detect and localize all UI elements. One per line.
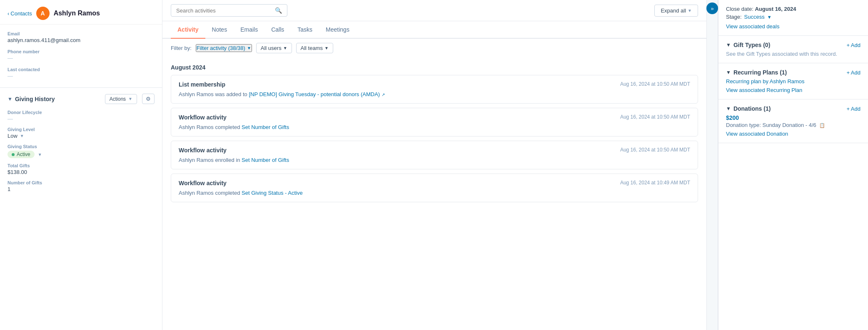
gift-types-header: ▼ Gift Types (0) + Add (726, 42, 861, 48)
search-box[interactable]: 🔍 (171, 4, 287, 17)
actions-label: Actions (110, 96, 126, 102)
email-label: Email (7, 31, 155, 36)
activity-desc-prefix: Ashlyn Ramos enrolled in (179, 157, 242, 163)
activity-time: Aug 16, 2024 at 10:50 AM MDT (620, 81, 690, 87)
gift-types-section: ▼ Gift Types (0) + Add See the Gift Type… (718, 36, 868, 63)
activity-type: Workflow activity (179, 147, 227, 154)
tab-tasks[interactable]: Tasks (291, 21, 319, 39)
search-input[interactable] (176, 7, 272, 14)
activity-time: Aug 16, 2024 at 10:49 AM MDT (620, 180, 690, 186)
search-icon: 🔍 (275, 7, 282, 14)
donations-collapse-icon[interactable]: ▼ (726, 106, 731, 112)
donations-header: ▼ Donations (1) + Add (726, 105, 861, 112)
tabs-row: Activity Notes Emails Calls Tasks Meetin… (162, 21, 706, 39)
stage-value[interactable]: Success (744, 14, 765, 20)
activity-description: Ashlyn Ramos was added to [NP DEMO] Givi… (179, 91, 690, 97)
donation-amount[interactable]: $200 (726, 114, 739, 121)
back-to-contacts-link[interactable]: ‹ Contacts (7, 10, 32, 17)
filter-by-label: Filter by: (171, 45, 192, 51)
recurring-plans-section: ▼ Recurring Plans (1) + Add Recurring pl… (718, 63, 868, 99)
giving-history-header: ▼ Giving History Actions ▼ ⚙ (7, 94, 155, 104)
sidebar-fields: Email ashlyn.ramos.411@gmail.com Phone n… (0, 25, 162, 86)
recurring-plans-collapse-icon[interactable]: ▼ (726, 69, 731, 75)
close-date-label: Close date: (726, 6, 753, 12)
activity-type: List membership (179, 81, 225, 88)
tab-calls[interactable]: Calls (264, 21, 291, 39)
activity-card: Workflow activity Aug 16, 2024 at 10:50 … (171, 108, 698, 136)
donor-lifecycle-field: Donor Lifecycle — (7, 110, 155, 122)
activity-card: Workflow activity Aug 16, 2024 at 10:50 … (171, 141, 698, 169)
activity-description: Ashlyn Ramos completed Set Giving Status… (179, 190, 690, 196)
activity-link[interactable]: [NP DEMO] Giving Tuesday - potential don… (249, 91, 380, 97)
view-donation-link[interactable]: View associated Donation (726, 131, 861, 137)
all-users-arrow: ▼ (283, 46, 287, 50)
status-badge: Active (7, 151, 35, 158)
stage-dropdown-arrow[interactable]: ▼ (767, 15, 772, 20)
status-dot (12, 153, 15, 156)
activity-card-header: Workflow activity Aug 16, 2024 at 10:50 … (179, 114, 690, 121)
donor-lifecycle-value: — (7, 116, 155, 122)
donations-section: ▼ Donations (1) + Add $200 Donation type… (718, 99, 868, 143)
gift-types-collapse-icon[interactable]: ▼ (726, 42, 731, 48)
last-contacted-field: Last contacted — (7, 67, 155, 79)
last-contacted-value: — (7, 73, 155, 79)
donations-add-button[interactable]: + Add (846, 106, 861, 112)
giving-history-section: ▼ Giving History Actions ▼ ⚙ Donor Lifec… (0, 89, 162, 199)
giving-status-dropdown-arrow[interactable]: ▼ (38, 152, 42, 157)
giving-level-label: Giving Level (7, 127, 155, 132)
expand-all-button[interactable]: Expand all ▼ (654, 5, 698, 17)
panel-toggle-button[interactable]: » (706, 2, 718, 14)
activity-list: August 2024 List membership Aug 16, 2024… (162, 57, 706, 330)
activity-time: Aug 16, 2024 at 10:50 AM MDT (620, 147, 690, 153)
recurring-plans-title: ▼ Recurring Plans (1) (726, 69, 787, 76)
sidebar-divider (0, 87, 162, 88)
gift-types-title: ▼ Gift Types (0) (726, 42, 770, 48)
filter-activity-button[interactable]: Filter activity (38/38) ▼ (196, 44, 252, 52)
filter-row: Filter by: Filter activity (38/38) ▼ All… (162, 39, 706, 57)
activity-card-header: Workflow activity Aug 16, 2024 at 10:49 … (179, 180, 690, 186)
donation-type-label: Donation type: (726, 122, 761, 128)
activity-description: Ashlyn Ramos completed Set Number of Gif… (179, 124, 690, 130)
giving-history-label: Giving History (15, 96, 55, 102)
stage-row: Stage: Success ▼ (726, 14, 861, 20)
main-content: 🔍 Expand all ▼ Activity Notes Emails Cal… (162, 0, 706, 330)
recurring-plan-link[interactable]: Recurring plan by Ashlyn Ramos (726, 78, 861, 84)
giving-level-dropdown-arrow[interactable]: ▼ (20, 134, 24, 138)
activity-card-header: Workflow activity Aug 16, 2024 at 10:50 … (179, 147, 690, 154)
chevron-down-icon: ▼ (7, 96, 12, 102)
tab-activity[interactable]: Activity (171, 21, 205, 39)
gear-button[interactable]: ⚙ (142, 94, 155, 104)
actions-button[interactable]: Actions ▼ (105, 94, 137, 104)
filter-activity-label: Filter activity (38/38) (197, 45, 245, 51)
all-users-button[interactable]: All users ▼ (256, 43, 292, 53)
activity-link[interactable]: Set Number of Gifts (242, 157, 289, 163)
total-gifts-value: $138.00 (7, 169, 155, 175)
avatar: A (36, 7, 50, 20)
copy-icon[interactable]: 📋 (819, 123, 825, 128)
activity-link[interactable]: Set Number of Gifts (242, 124, 289, 130)
tab-meetings[interactable]: Meetings (319, 21, 356, 39)
last-contacted-label: Last contacted (7, 67, 155, 72)
giving-fields: Donor Lifecycle — Giving Level Low ▼ Giv… (7, 110, 155, 192)
donor-lifecycle-label: Donor Lifecycle (7, 110, 155, 115)
back-label: Contacts (10, 10, 32, 17)
all-teams-button[interactable]: All teams ▼ (296, 43, 333, 53)
activity-desc-prefix: Ashlyn Ramos was added to (179, 91, 249, 97)
tab-emails[interactable]: Emails (234, 21, 264, 39)
activity-desc-prefix: Ashlyn Ramos completed (179, 124, 242, 130)
activity-type: Workflow activity (179, 180, 227, 186)
recurring-plans-label: Recurring Plans (1) (733, 69, 787, 76)
activity-link[interactable]: Set Giving Status - Active (242, 190, 303, 196)
tab-notes[interactable]: Notes (205, 21, 234, 39)
close-date-value: August 16, 2024 (755, 6, 796, 12)
donation-type-value: Sunday Donation - 4/6 (762, 122, 816, 128)
view-recurring-plan-link[interactable]: View associated Recurring Plan (726, 87, 861, 93)
giving-status-field: Giving Status Active ▼ (7, 144, 155, 158)
recurring-plans-add-button[interactable]: + Add (846, 69, 861, 76)
total-gifts-field: Total Gifts $138.00 (7, 163, 155, 175)
view-associated-deals-link[interactable]: View associated deals (726, 20, 861, 30)
number-of-gifts-label: Number of Gifts (7, 180, 155, 185)
total-gifts-label: Total Gifts (7, 163, 155, 168)
donations-title: ▼ Donations (1) (726, 105, 771, 112)
gift-types-add-button[interactable]: + Add (846, 42, 861, 48)
